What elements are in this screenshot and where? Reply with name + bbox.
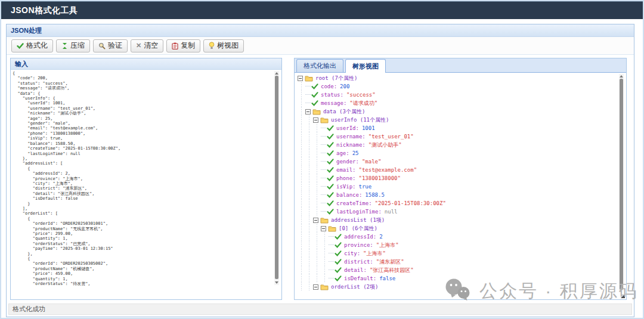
tree-leaf-node[interactable]: message:"请求成功": [298, 99, 617, 107]
collapse-icon[interactable]: [313, 218, 318, 223]
tree-guide: [313, 241, 321, 249]
tree-guide: [305, 207, 313, 216]
tree-guide: [313, 207, 321, 216]
collapse-icon[interactable]: [313, 117, 318, 123]
tree-scrollbar[interactable]: [619, 74, 624, 291]
tree-leaf-node[interactable]: gender:"male": [298, 157, 617, 166]
format-button-label: 格式化: [26, 41, 48, 51]
tree-guide: [305, 283, 313, 291]
tree-guide: [305, 166, 313, 174]
tree-folder-node[interactable]: data (3个属性): [298, 107, 617, 116]
tree-folder-label: orderList (2项): [331, 283, 378, 291]
tree-leaf-node[interactable]: detail:"张江高科技园区": [298, 266, 617, 274]
tree-leaf-node[interactable]: district:"浦东新区": [298, 258, 617, 266]
tree-scrollbar-thumb[interactable]: [620, 79, 623, 290]
tree-guide: [313, 157, 321, 166]
tree-leaf-node[interactable]: addressId:2: [298, 233, 617, 241]
tree-folder-node[interactable]: [0] (6个属性): [298, 224, 617, 233]
input-panel: 输入 { "code": 200, "status": "success", "…: [10, 58, 282, 300]
tree-leaf-node[interactable]: isDefault:false: [298, 274, 617, 283]
tree-value: 25: [352, 150, 359, 156]
tree-guide-dash: [321, 128, 326, 129]
tab-formatted-output[interactable]: 格式化输出: [296, 59, 343, 72]
tree-leaf-node[interactable]: city:"上海市": [298, 249, 617, 258]
copy-button-label: 复制: [181, 41, 195, 51]
tree-guide: [298, 182, 305, 191]
tree-guide: [305, 191, 313, 199]
scroll-up-icon[interactable]: [620, 75, 623, 78]
tree-guide: [298, 274, 305, 283]
input-scrollbar[interactable]: [274, 71, 279, 285]
tree-guide: [305, 216, 313, 224]
check-icon: [311, 83, 318, 89]
tree-guide: [298, 258, 305, 266]
check-icon: [327, 209, 334, 215]
format-button[interactable]: 格式化: [11, 39, 53, 52]
input-scrollbar-thumb[interactable]: [275, 76, 278, 279]
tree-guide: [313, 166, 321, 174]
tree-guide: [305, 241, 313, 249]
tree-guide-dash: [321, 194, 326, 196]
tree-leaf-node[interactable]: province:"上海市": [298, 241, 617, 249]
tree-guide: [313, 249, 321, 258]
tree-key: addressId:: [344, 234, 376, 240]
clear-button[interactable]: ✕ 清空: [131, 39, 163, 52]
check-icon: [327, 159, 334, 165]
toolbar: 格式化 压缩 验证 ✕ 清空 复制 树视图: [7, 37, 634, 55]
folder-icon: [320, 117, 329, 123]
tree-guide: [313, 149, 321, 157]
tree-guide: [321, 249, 329, 258]
tree-value: "test@example.com": [359, 167, 417, 173]
tree-leaf-node[interactable]: isVip:true: [298, 182, 617, 191]
tree-guide: [305, 249, 313, 258]
compress-button-label: 压缩: [70, 41, 85, 51]
tree-leaf-node[interactable]: email:"test@example.com": [298, 166, 617, 174]
compress-button[interactable]: 压缩: [56, 39, 90, 52]
tree-leaf-node[interactable]: phone:"13800138000": [298, 174, 617, 182]
tree-view-button[interactable]: 树视图: [203, 39, 244, 52]
tree-leaf-node[interactable]: balance:1588.5: [298, 191, 617, 199]
tree-leaf-node[interactable]: code:200: [298, 82, 617, 91]
tree-guide: [298, 132, 305, 141]
folder-icon: [320, 217, 329, 224]
collapse-icon[interactable]: [313, 284, 318, 290]
tree-leaf-node[interactable]: userId:1001: [298, 124, 617, 132]
output-tabstrip: 格式化输出 树形视图: [295, 58, 626, 73]
tree-leaf-node[interactable]: lastLoginTime:null: [298, 207, 617, 216]
tree-guide: [313, 132, 321, 141]
tree-folder-node[interactable]: root (7个属性): [298, 74, 617, 82]
check-icon: [327, 125, 334, 131]
tree-guide: [298, 107, 305, 116]
resize-handle[interactable]: [621, 294, 625, 298]
tree-guide: [298, 191, 305, 199]
tree-guide: [313, 266, 321, 274]
tree-leaf-node[interactable]: username:"test_user_01": [298, 132, 617, 141]
tree-leaf-node[interactable]: status:"success": [298, 91, 617, 99]
tree-guide: [298, 174, 305, 182]
check-icon: [335, 250, 342, 256]
scroll-down-icon[interactable]: [275, 281, 278, 284]
tree-guide: [305, 274, 313, 283]
app-title-bar: JSON格式化工具: [1, 1, 643, 19]
copy-button[interactable]: 复制: [166, 39, 200, 52]
tree-folder-node[interactable]: addressList (1项): [298, 216, 617, 224]
tab-tree-view[interactable]: 树形视图: [345, 59, 386, 73]
tree-guide-dash: [321, 153, 326, 154]
scroll-up-icon[interactable]: [275, 72, 278, 75]
tree-folder-node[interactable]: userInfo (11个属性): [298, 116, 617, 124]
collapse-icon[interactable]: [321, 226, 326, 231]
tree-guide: [321, 233, 329, 241]
tree-leaf-node[interactable]: nickname:"测试小助手": [298, 141, 617, 149]
tree-leaf-node[interactable]: createTime:"2025-01-15T08:30:00Z": [298, 199, 617, 207]
validate-button[interactable]: 验证: [93, 39, 128, 52]
tree-guide: [305, 141, 313, 149]
json-input[interactable]: { "code": 200, "status": "success", "mes…: [13, 71, 271, 286]
tree-folder-label: data (3个属性): [323, 108, 365, 116]
check-icon: [335, 275, 342, 281]
check-icon: [327, 175, 334, 181]
tree-leaf-node[interactable]: age:25: [298, 149, 617, 157]
tree-guide: [298, 283, 305, 291]
tree-folder-node[interactable]: orderList (2项): [298, 283, 617, 291]
collapse-icon[interactable]: [305, 109, 311, 114]
collapse-icon[interactable]: [298, 76, 303, 81]
